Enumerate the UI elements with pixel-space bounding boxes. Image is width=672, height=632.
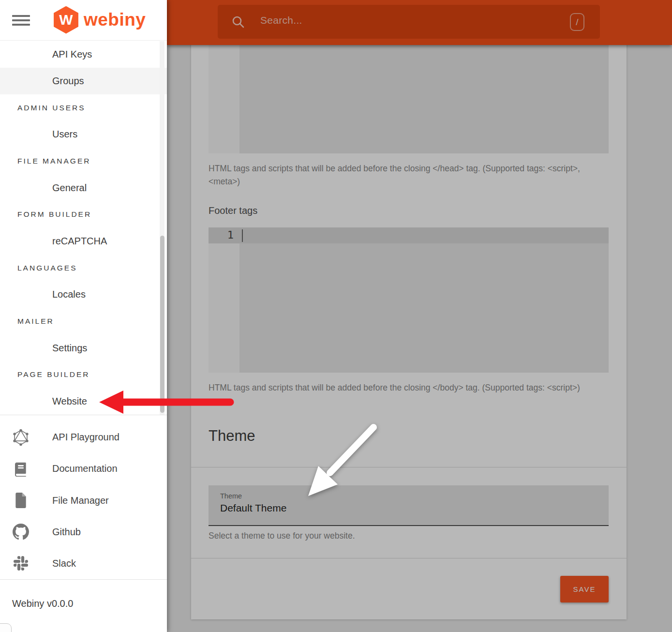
sidebar-menu: API KeysGroupsADMIN USERSUsersFILE MANAG… bbox=[0, 41, 167, 415]
sidebar-item-api-keys[interactable]: API Keys bbox=[0, 41, 167, 68]
sidebar-section-file-manager: FILE MANAGER bbox=[0, 148, 167, 175]
sidebar-section-admin-users: ADMIN USERS bbox=[0, 94, 167, 121]
sidebar: W webiny API KeysGroupsADMIN USERSUsersF… bbox=[0, 0, 167, 632]
sidebar-item-general[interactable]: General bbox=[0, 175, 167, 201]
book-icon bbox=[12, 460, 30, 478]
webiny-logo-hexagon: W bbox=[53, 6, 79, 34]
sidebar-item-groups[interactable]: Groups bbox=[0, 68, 167, 94]
sidebar-item-recaptcha[interactable]: reCAPTCHA bbox=[0, 228, 167, 255]
main-content-area: HTML tags and scripts that will be added… bbox=[167, 0, 672, 632]
sidebar-link-github[interactable]: Github bbox=[0, 516, 167, 548]
github-icon bbox=[12, 523, 30, 541]
sidebar-link-slack[interactable]: Slack bbox=[0, 548, 167, 579]
sidebar-link-api-playground[interactable]: API Playground bbox=[0, 421, 167, 453]
app-version: Webiny v0.0.0 bbox=[12, 598, 73, 609]
corner-widget bbox=[0, 623, 12, 632]
hamburger-menu-icon[interactable] bbox=[12, 15, 30, 26]
sidebar-section-page-builder: PAGE BUILDER bbox=[0, 361, 167, 388]
sidebar-section-languages: LANGUAGES bbox=[0, 255, 167, 281]
red-arrow-annotation bbox=[97, 387, 237, 417]
dim-overlay bbox=[167, 0, 672, 632]
graphql-icon bbox=[12, 428, 30, 447]
webiny-logo[interactable]: W webiny bbox=[53, 6, 146, 34]
sidebar-item-settings[interactable]: Settings bbox=[0, 335, 167, 361]
sidebar-scrollbar-thumb[interactable] bbox=[160, 236, 164, 413]
file-icon bbox=[12, 491, 30, 510]
sidebar-item-users[interactable]: Users bbox=[0, 121, 167, 148]
webiny-logo-wordmark: webiny bbox=[84, 10, 146, 30]
sidebar-section-form-builder: FORM BUILDER bbox=[0, 201, 167, 228]
sidebar-item-locales[interactable]: Locales bbox=[0, 281, 167, 308]
sidebar-link-file-manager[interactable]: File Manager bbox=[0, 484, 167, 516]
sidebar-links: API PlaygroundDocumentationFile ManagerG… bbox=[0, 421, 167, 579]
white-arrow-annotation bbox=[300, 420, 385, 505]
slack-icon bbox=[12, 554, 30, 572]
sidebar-section-mailer: MAILER bbox=[0, 308, 167, 334]
sidebar-header: W webiny bbox=[0, 0, 167, 41]
divider bbox=[0, 579, 167, 580]
sidebar-link-documentation[interactable]: Documentation bbox=[0, 453, 167, 484]
